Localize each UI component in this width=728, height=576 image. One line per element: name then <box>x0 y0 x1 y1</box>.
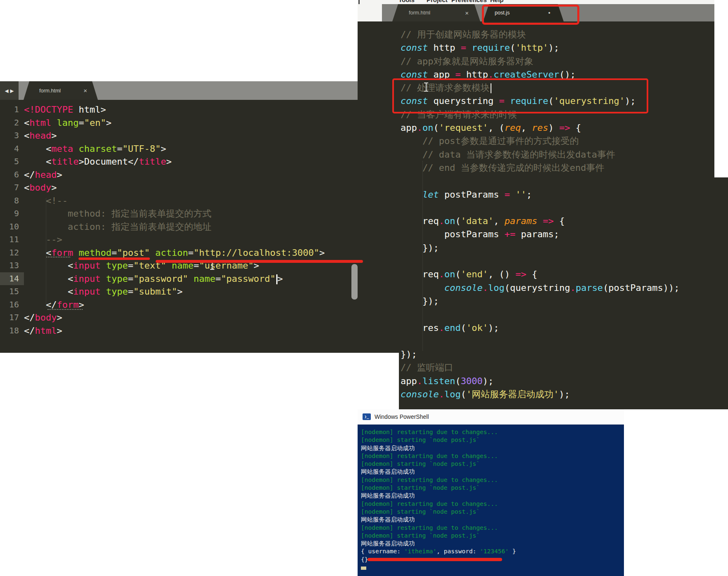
menu-item-preferences[interactable]: Preferences <box>451 0 487 3</box>
annotation-box-querystring <box>392 78 648 113</box>
terminal-line: 网站服务器启动成功 <box>358 540 624 548</box>
right-editor-window: ToolsProjectPreferencesHelp form.html × … <box>358 0 728 409</box>
code-line: 7<body> <box>0 181 358 194</box>
code-token: input <box>73 274 100 284</box>
code-token: = <box>216 274 221 284</box>
code-token: ); <box>488 323 499 333</box>
code-token: // 监听端口 <box>401 362 453 373</box>
terminal-line: [nodemon] starting `node post.js` <box>358 436 624 444</box>
code-token: ); <box>483 376 494 386</box>
code-line: 5 <title>Document</title> <box>0 155 358 168</box>
code-token: let <box>422 189 439 200</box>
terminal-line: 网站服务器启动成功 <box>358 444 624 452</box>
indent-guide <box>422 161 423 351</box>
terminal-line: [nodemon] restarting due to changes... <box>358 428 624 436</box>
tab-form-html-right[interactable]: form.html × <box>392 4 480 21</box>
code-token: , password: <box>436 548 480 555</box>
annotation-underline-method <box>78 257 150 260</box>
nav-right-icon[interactable]: ▶ <box>10 87 14 94</box>
code-token: > <box>51 130 57 141</box>
line-number: 5 <box>0 155 24 168</box>
terminal-output[interactable]: [nodemon] restarting due to changes...[n… <box>358 425 624 576</box>
code-token: ( <box>455 216 460 226</box>
code-token <box>150 248 155 258</box>
terminal-line: [nodemon] starting `node post.js` <box>358 484 624 492</box>
code-line: }); <box>358 348 728 361</box>
code-token: '123456' <box>480 548 509 555</box>
code-token: form <box>51 248 73 258</box>
code-token: [nodemon] restarting due to changes... <box>361 477 498 483</box>
code-token: res <box>532 123 548 133</box>
code-line: 11 --> <box>0 233 358 246</box>
code-token: [nodemon] restarting due to changes... <box>361 524 498 531</box>
code-token: "UTF-8" <box>122 144 161 154</box>
code-line: 8 <!-- <box>0 194 358 208</box>
code-token: . <box>483 283 488 293</box>
annotation-underline-terminal <box>368 558 502 561</box>
code-token: "password" <box>133 274 188 284</box>
code-token: = <box>505 189 510 200</box>
scrollbar-thumb[interactable] <box>351 264 358 300</box>
code-token: > <box>166 156 171 167</box>
code-line <box>358 175 728 188</box>
close-icon[interactable]: × <box>83 87 87 94</box>
line-number: 3 <box>0 129 24 142</box>
code-token: type <box>106 286 128 297</box>
code-token: log <box>444 389 461 399</box>
powershell-title-bar[interactable]: ❯_ Windows PowerShell <box>358 409 624 425</box>
code-token: head <box>35 170 57 180</box>
left-code-area[interactable]: 1<!DOCTYPE html>2<html lang="en">3<head>… <box>0 100 358 353</box>
code-line: 10 action: 指定当前表单提交的地址 <box>0 220 358 234</box>
terminal-line: [nodemon] restarting due to changes... <box>358 500 624 508</box>
tab-form-html[interactable]: form.html × <box>24 81 98 100</box>
code-token: // post参数是通过事件的方式接受的 <box>401 136 579 146</box>
code-token: [nodemon] restarting due to changes... <box>361 429 498 435</box>
code-token: app <box>401 123 417 133</box>
code-line: // 用于创建网站服务器的模块 <box>358 28 728 41</box>
code-token: ( <box>434 123 439 133</box>
nav-left-icon[interactable]: ◀ <box>5 87 8 94</box>
terminal-line: [nodemon] restarting due to changes... <box>358 524 624 532</box>
code-token: input <box>73 286 100 297</box>
menu-item-help[interactable]: Help <box>490 0 504 3</box>
terminal-line: [nodemon] starting `node post.js` <box>358 508 624 516</box>
code-token: form <box>57 300 78 310</box>
menu-item-project[interactable]: Project <box>427 0 448 3</box>
line-number: 11 <box>0 233 24 246</box>
code-token: . <box>439 323 444 333</box>
code-line: console.log('网站服务器启动成功'); <box>358 388 728 401</box>
code-token: app <box>401 376 417 386</box>
menu-item-tools[interactable]: Tools <box>398 0 415 3</box>
code-token: . <box>570 283 576 293</box>
terminal-line: [nodemon] starting `node post.js` <box>358 532 624 540</box>
code-token: lang <box>57 118 78 128</box>
code-line: const http = require('http'); <box>358 41 728 54</box>
annotation-box-post-tab <box>482 5 579 25</box>
code-line: let postParams = ''; <box>358 188 728 201</box>
code-token: ); <box>548 42 560 53</box>
code-line: app.listen(3000); <box>358 375 728 388</box>
terminal-line: 网站服务器启动成功 <box>358 468 624 476</box>
code-token: [nodemon] restarting due to changes... <box>361 500 498 507</box>
code-token: > <box>106 118 111 128</box>
code-token: 网站服务器启动成功 <box>361 445 415 451</box>
code-token: </ <box>24 312 35 323</box>
code-token: const <box>401 42 428 53</box>
code-line: req.on('end', () => { <box>358 268 728 281</box>
code-line <box>358 201 728 215</box>
code-token: , <box>521 123 532 133</box>
code-token: }); <box>401 296 439 306</box>
menu-bar: ToolsProjectPreferencesHelp <box>358 0 714 4</box>
code-token: ( <box>510 42 515 53</box>
background-patch <box>714 0 728 177</box>
tab-nav-arrows[interactable]: ◀ ▶ <box>0 81 19 100</box>
code-token: 'itheima' <box>404 548 437 555</box>
code-token: postParams <box>439 189 505 200</box>
close-icon[interactable]: × <box>465 9 469 17</box>
code-line <box>358 255 728 268</box>
code-token <box>73 144 78 154</box>
code-line <box>358 335 728 348</box>
code-token: > <box>177 286 183 297</box>
code-token: }); <box>401 349 417 359</box>
code-line: req.on('data', params => { <box>358 215 728 228</box>
